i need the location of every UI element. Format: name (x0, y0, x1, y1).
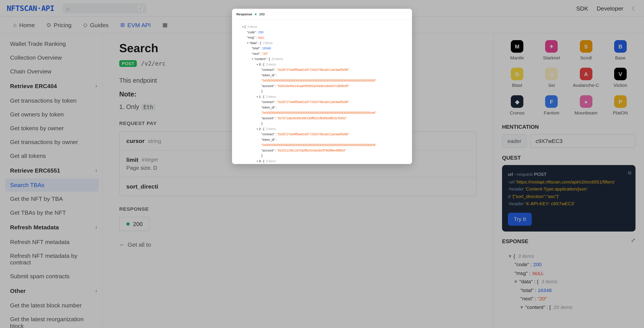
caret-icon[interactable]: ▾ (256, 63, 258, 66)
modal-body[interactable]: ▾ { 3 items "code" : 200 "msg" : NULL ▾ … (232, 20, 412, 164)
val: 16348 (262, 46, 271, 50)
meta: 3 items (263, 41, 272, 45)
null-val: NULL (258, 36, 265, 39)
key: "total" (252, 46, 260, 50)
meta: 3 items (247, 25, 257, 28)
key: "content" (254, 57, 266, 61)
caret-icon[interactable]: ▾ (256, 159, 258, 163)
key: "code" (247, 30, 256, 34)
modal-status-code: 200 (259, 12, 265, 16)
status-dot-icon (255, 13, 256, 15)
meta: 20 items (272, 57, 283, 61)
response-modal: Response 200 ▾ { 3 items "code" : 200 "m… (232, 9, 412, 164)
val: 200 (258, 30, 264, 34)
caret-icon[interactable]: ▾ (247, 41, 248, 45)
modal-header: Response 200 (232, 9, 412, 20)
caret-icon[interactable]: ▾ (252, 57, 253, 61)
caret-icon[interactable]: ▾ (242, 25, 244, 28)
key: "msg" (247, 36, 255, 39)
key: "next" (252, 52, 260, 55)
modal-overlay[interactable]: Response 200 ▾ { 3 items "code" : 200 "m… (0, 0, 644, 328)
caret-icon[interactable]: ▾ (256, 95, 258, 98)
val: "20" (262, 52, 268, 55)
key: "data" (249, 41, 258, 45)
modal-title: Response (236, 12, 252, 16)
caret-icon[interactable]: ▾ (256, 127, 258, 131)
